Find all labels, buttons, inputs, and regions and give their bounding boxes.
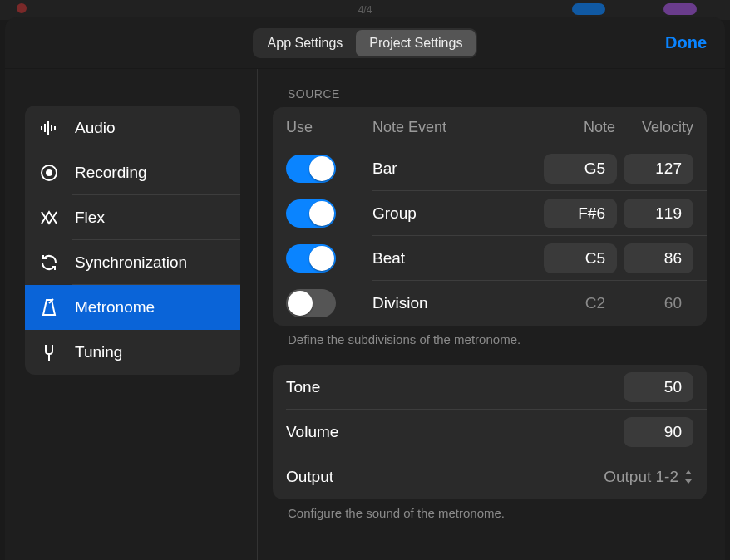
- note-value: C2: [544, 288, 617, 318]
- tuning-fork-icon: [38, 341, 60, 363]
- sidebar-item-recording[interactable]: Recording: [25, 150, 240, 195]
- note-event-label: Group: [372, 204, 544, 223]
- source-section-title: SOURCE: [288, 87, 707, 101]
- volume-value[interactable]: 90: [624, 417, 693, 447]
- sheet-header: App Settings Project Settings Done: [5, 17, 725, 69]
- settings-sidebar: Audio Recording Fl: [5, 69, 258, 560]
- note-event-label: Beat: [372, 249, 544, 268]
- updown-chevron-icon: [683, 469, 693, 484]
- settings-scope-segmented: App Settings Project Settings: [253, 28, 478, 58]
- note-value[interactable]: G5: [544, 154, 617, 184]
- note-event-label: Division: [372, 294, 544, 312]
- sidebar-item-flex[interactable]: Flex: [25, 195, 240, 240]
- audio-waveform-icon: [38, 117, 60, 139]
- use-toggle[interactable]: [286, 289, 336, 317]
- velocity-value: 60: [624, 288, 693, 318]
- tab-project-settings[interactable]: Project Settings: [356, 30, 476, 56]
- velocity-value[interactable]: 86: [624, 243, 693, 273]
- record-icon: [38, 162, 60, 184]
- use-toggle[interactable]: [286, 155, 336, 183]
- use-toggle[interactable]: [286, 244, 336, 273]
- note-value[interactable]: C5: [544, 243, 617, 273]
- sound-config-card: Tone 50 Volume 90 Output Output 1-2: [273, 365, 707, 499]
- sidebar-item-synchronization[interactable]: Synchronization: [25, 240, 240, 285]
- sidebar-item-label: Audio: [75, 119, 116, 137]
- sidebar-item-label: Metronome: [75, 298, 155, 317]
- source-row-division: Division C2 60: [273, 281, 707, 326]
- volume-label: Volume: [286, 423, 624, 441]
- metronome-icon: [38, 297, 60, 318]
- source-row-bar: Bar G5 127: [273, 146, 707, 191]
- sync-icon: [38, 252, 60, 273]
- sidebar-item-metronome[interactable]: Metronome: [25, 285, 240, 330]
- tab-app-settings[interactable]: App Settings: [254, 30, 357, 56]
- source-hint: Define the subdivisions of the metronome…: [288, 332, 707, 346]
- flex-icon: [38, 207, 60, 228]
- source-row-group: Group F#6 119: [273, 191, 707, 236]
- use-toggle[interactable]: [286, 199, 336, 228]
- settings-content: SOURCE Use Note Event Note Velocity Bar …: [258, 69, 725, 560]
- output-label: Output: [286, 468, 604, 486]
- sidebar-item-audio[interactable]: Audio: [25, 106, 240, 150]
- velocity-value[interactable]: 127: [624, 154, 693, 184]
- tone-value[interactable]: 50: [624, 372, 693, 402]
- velocity-value[interactable]: 119: [624, 199, 693, 228]
- source-column-header: Use Note Event Note Velocity: [273, 119, 707, 146]
- source-card: Use Note Event Note Velocity Bar G5 127: [273, 107, 707, 326]
- volume-row: Volume 90: [273, 410, 707, 454]
- sidebar-item-label: Synchronization: [75, 253, 187, 272]
- col-note-label: Note: [544, 119, 622, 136]
- sidebar-item-label: Recording: [75, 164, 147, 182]
- tone-row: Tone 50: [273, 365, 707, 410]
- note-event-label: Bar: [372, 160, 544, 178]
- col-velocity-label: Velocity: [622, 119, 693, 136]
- settings-sheet: App Settings Project Settings Done Audio: [5, 17, 725, 560]
- col-use-label: Use: [286, 119, 372, 136]
- sidebar-item-label: Flex: [75, 209, 105, 227]
- source-row-beat: Beat C5 86: [273, 236, 707, 281]
- col-event-label: Note Event: [372, 119, 544, 136]
- time-signature: 4/4: [358, 4, 372, 16]
- output-row[interactable]: Output Output 1-2: [273, 454, 707, 499]
- svg-point-6: [47, 170, 52, 175]
- sidebar-item-label: Tuning: [75, 343, 122, 361]
- tone-label: Tone: [286, 378, 624, 396]
- note-value[interactable]: F#6: [544, 199, 617, 228]
- done-button[interactable]: Done: [665, 33, 707, 52]
- sound-config-hint: Configure the sound of the metronome.: [288, 506, 707, 520]
- sidebar-item-tuning[interactable]: Tuning: [25, 330, 240, 375]
- output-value: Output 1-2: [604, 468, 678, 486]
